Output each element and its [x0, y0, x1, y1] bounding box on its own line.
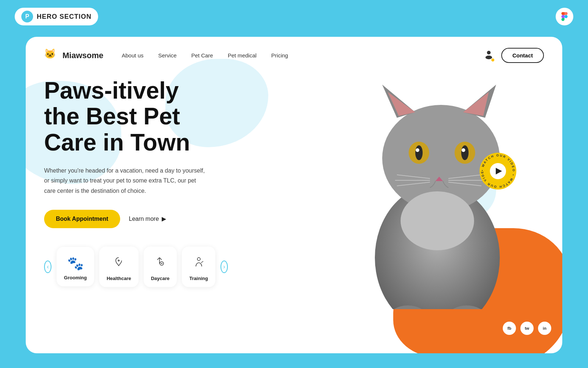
healthcare-icon [112, 255, 125, 272]
navbar: 🐱 Miawsome About us Service Pet Care Pet… [26, 37, 562, 70]
learn-more-button[interactable]: Learn more ▶ [129, 215, 166, 222]
service-prev-arrow[interactable]: ‹ [44, 261, 51, 273]
daycare-label: Daycare [151, 276, 170, 281]
training-icon [192, 255, 205, 272]
brand: 🐱 Miawsome [44, 48, 103, 63]
linkedin-icon[interactable]: in [538, 322, 551, 335]
user-dot [491, 58, 495, 62]
pill-text: HERO SECTION [37, 13, 92, 21]
svg-point-28 [401, 191, 474, 250]
facebook-icon[interactable]: fb [503, 322, 516, 335]
nav-right: Contact [484, 48, 544, 63]
book-appointment-button[interactable]: Book Appointment [44, 210, 120, 228]
brand-name: Miawsome [62, 51, 103, 60]
service-card-training: Training [182, 247, 215, 287]
nav-pricing[interactable]: Pricing [271, 52, 288, 59]
arrow-icon: ▶ [162, 215, 166, 222]
svg-line-8 [201, 261, 203, 263]
svg-point-7 [197, 258, 200, 261]
main-card: 🐱 Miawsome About us Service Pet Care Pet… [26, 37, 562, 353]
healthcare-label: Healthcare [107, 276, 131, 281]
grooming-icon: 🐾 [67, 256, 84, 271]
brand-logo: 🐱 [44, 48, 59, 63]
nav-pet-care[interactable]: Pet Care [191, 52, 213, 59]
svg-point-19 [461, 145, 469, 160]
svg-point-17 [416, 148, 419, 152]
top-bar: P HERO SECTION [0, 0, 588, 33]
twitter-icon[interactable]: tw [520, 322, 534, 335]
nav-pet-medical[interactable]: Pet medical [228, 52, 257, 59]
user-profile-icon[interactable] [484, 49, 494, 62]
nav-about-us[interactable]: About us [122, 52, 143, 59]
service-cards: ‹ 🐾 Grooming Healthcare [44, 247, 228, 287]
svg-point-16 [415, 145, 423, 160]
video-button[interactable]: • WATCH OUR VIDEO • WATCH OUR VIDEO [478, 151, 518, 191]
top-bar-left: P HERO SECTION [15, 8, 98, 25]
hero-section-pill: P HERO SECTION [15, 8, 98, 25]
nav-links: About us Service Pet Care Pet medical Pr… [122, 52, 484, 59]
nav-service[interactable]: Service [158, 52, 176, 59]
hero-buttons: Book Appointment Learn more ▶ [44, 210, 228, 228]
training-label: Training [189, 276, 208, 281]
pill-icon: P [21, 11, 33, 22]
service-card-grooming: 🐾 Grooming [57, 247, 94, 286]
service-card-daycare: Daycare [144, 247, 177, 287]
figma-icon[interactable] [556, 8, 573, 25]
hero-title: Paws-itively the Best Pet Care in Town [44, 78, 228, 155]
service-card-healthcare: Healthcare [99, 247, 138, 287]
service-next-arrow[interactable]: › [220, 261, 228, 273]
social-icons: fb tw in [503, 322, 551, 335]
svg-point-0 [487, 51, 491, 54]
contact-button[interactable]: Contact [501, 48, 544, 63]
grooming-label: Grooming [64, 275, 87, 280]
svg-point-20 [462, 148, 465, 152]
hero-content: Paws-itively the Best Pet Care in Town W… [26, 70, 246, 287]
daycare-icon [154, 255, 167, 272]
hero-subtitle: Whether you're headed for a vacation, ne… [44, 166, 206, 196]
